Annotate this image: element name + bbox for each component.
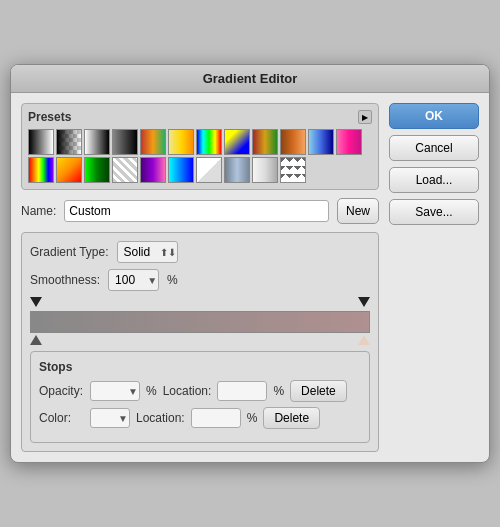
bottom-stops bbox=[30, 333, 370, 347]
preset-swatch-6[interactable] bbox=[196, 129, 222, 155]
name-input[interactable] bbox=[64, 200, 329, 222]
opacity-input[interactable] bbox=[90, 381, 140, 401]
presets-arrow-button[interactable]: ▶ bbox=[358, 110, 372, 124]
color-delete-button[interactable]: Delete bbox=[263, 407, 320, 429]
gradient-bar[interactable] bbox=[30, 311, 370, 333]
preset-swatch-10[interactable] bbox=[308, 129, 334, 155]
gradient-bar-container bbox=[30, 297, 370, 347]
color-swatch[interactable] bbox=[90, 408, 130, 428]
opacity-row: Opacity: ▼ % Location: % Delete bbox=[39, 380, 361, 402]
right-panel: OK Cancel Load... Save... bbox=[389, 103, 479, 452]
opacity-delete-button[interactable]: Delete bbox=[290, 380, 347, 402]
smoothness-label: Smoothness: bbox=[30, 273, 100, 287]
preset-swatch-18[interactable] bbox=[196, 157, 222, 183]
opacity-label: Opacity: bbox=[39, 384, 84, 398]
preset-swatch-4[interactable] bbox=[140, 129, 166, 155]
color-row: Color: ▼ Location: % Delete bbox=[39, 407, 361, 429]
color-stop-left[interactable] bbox=[30, 335, 42, 347]
color-label: Color: bbox=[39, 411, 84, 425]
preset-swatch-13[interactable] bbox=[56, 157, 82, 183]
preset-swatch-14[interactable] bbox=[84, 157, 110, 183]
stops-title: Stops bbox=[39, 360, 361, 374]
dialog-title: Gradient Editor bbox=[11, 65, 489, 93]
preset-swatch-19[interactable] bbox=[224, 157, 250, 183]
preset-swatch-21[interactable] bbox=[280, 157, 306, 183]
color-stop-right[interactable] bbox=[358, 335, 370, 347]
stops-section: Stops Opacity: ▼ % Location: % Delete bbox=[30, 351, 370, 443]
left-panel: Presets ▶ bbox=[21, 103, 379, 452]
smoothness-unit: % bbox=[167, 273, 178, 287]
presets-grid bbox=[28, 129, 372, 183]
gradient-type-select-wrap: Solid Noise ⬆⬇ bbox=[117, 241, 178, 263]
gradient-type-section: Gradient Type: Solid Noise ⬆⬇ Smoothness… bbox=[21, 232, 379, 452]
color-location-label: Location: bbox=[136, 411, 185, 425]
opacity-input-wrap: ▼ bbox=[90, 381, 140, 401]
smoothness-row: Smoothness: 100 75 50 25 0 ▼ % bbox=[30, 269, 370, 291]
preset-swatch-20[interactable] bbox=[252, 157, 278, 183]
preset-swatch-12[interactable] bbox=[28, 157, 54, 183]
preset-swatch-7[interactable] bbox=[224, 129, 250, 155]
smoothness-select-wrap: 100 75 50 25 0 ▼ bbox=[108, 269, 159, 291]
top-stops bbox=[30, 297, 370, 311]
presets-section: Presets ▶ bbox=[21, 103, 379, 190]
color-location-unit: % bbox=[247, 411, 258, 425]
new-button[interactable]: New bbox=[337, 198, 379, 224]
name-label: Name: bbox=[21, 204, 56, 218]
preset-swatch-2[interactable] bbox=[84, 129, 110, 155]
ok-button[interactable]: OK bbox=[389, 103, 479, 129]
gradient-type-label: Gradient Type: bbox=[30, 245, 109, 259]
preset-swatch-3[interactable] bbox=[112, 129, 138, 155]
opacity-location-label: Location: bbox=[163, 384, 212, 398]
preset-swatch-1[interactable] bbox=[56, 129, 82, 155]
opacity-stop-right[interactable] bbox=[358, 297, 370, 309]
name-row: Name: New bbox=[21, 198, 379, 224]
preset-swatch-15[interactable] bbox=[112, 157, 138, 183]
save-button[interactable]: Save... bbox=[389, 199, 479, 225]
preset-swatch-17[interactable] bbox=[168, 157, 194, 183]
presets-label: Presets bbox=[28, 110, 372, 124]
load-button[interactable]: Load... bbox=[389, 167, 479, 193]
opacity-location-unit: % bbox=[273, 384, 284, 398]
color-location-input[interactable] bbox=[191, 408, 241, 428]
gradient-type-select[interactable]: Solid Noise bbox=[117, 241, 178, 263]
preset-swatch-16[interactable] bbox=[140, 157, 166, 183]
gradient-editor-dialog: Gradient Editor Presets ▶ bbox=[10, 64, 490, 463]
opacity-location-input[interactable] bbox=[217, 381, 267, 401]
preset-swatch-5[interactable] bbox=[168, 129, 194, 155]
preset-swatch-9[interactable] bbox=[280, 129, 306, 155]
color-swatch-wrap: ▼ bbox=[90, 408, 130, 428]
preset-swatch-0[interactable] bbox=[28, 129, 54, 155]
cancel-button[interactable]: Cancel bbox=[389, 135, 479, 161]
opacity-unit: % bbox=[146, 384, 157, 398]
type-row: Gradient Type: Solid Noise ⬆⬇ bbox=[30, 241, 370, 263]
preset-swatch-11[interactable] bbox=[336, 129, 362, 155]
preset-swatch-8[interactable] bbox=[252, 129, 278, 155]
smoothness-select[interactable]: 100 75 50 25 0 bbox=[108, 269, 159, 291]
opacity-stop-left[interactable] bbox=[30, 297, 42, 309]
